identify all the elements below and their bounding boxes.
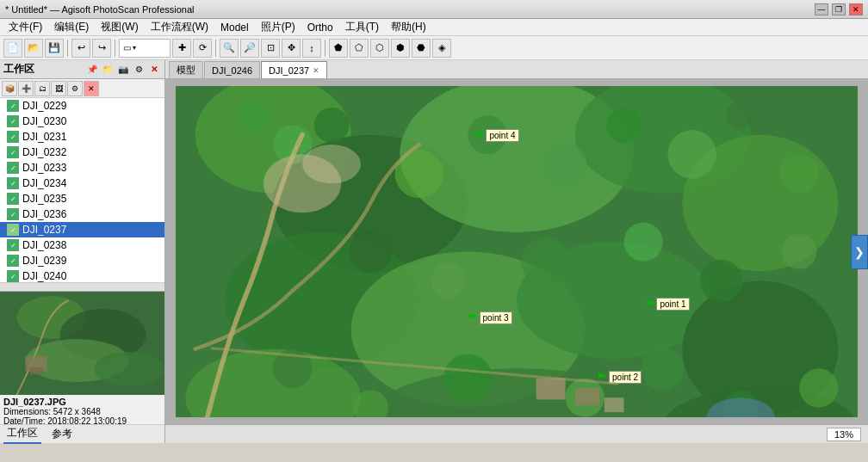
svg-point-22 <box>314 108 350 143</box>
close-panel-icon[interactable]: ✕ <box>147 63 161 77</box>
tab-close-icon[interactable]: ✕ <box>313 66 319 75</box>
hand-tool[interactable]: ✥ <box>282 39 301 58</box>
svg-point-31 <box>431 263 466 299</box>
svg-point-25 <box>544 143 587 186</box>
tree-item-DJI_0232[interactable]: ✓DJI_0232 <box>0 145 164 160</box>
tab-model-label: 模型 <box>177 64 195 77</box>
menu-ortho[interactable]: Ortho <box>302 20 338 35</box>
tree-item-DJI_0229[interactable]: ✓DJI_0229 <box>0 98 164 114</box>
tool-e[interactable]: ⬣ <box>412 39 431 58</box>
save-button[interactable]: 💾 <box>45 39 64 58</box>
marker-point4[interactable]: ⚑ point 4 <box>475 129 518 142</box>
marker-point3[interactable]: ⚑ point 3 <box>469 311 512 324</box>
tree-item-DJI_0231[interactable]: ✓DJI_0231 <box>0 129 164 145</box>
ortho-view[interactable]: ⚑ point 4 ⚑ point 1 ⚑ point 3 ⚑ point 2 <box>165 79 868 424</box>
bottom-tabs: 工作区 参考 <box>0 424 164 443</box>
tree-item-DJI_0234[interactable]: ✓DJI_0234 <box>0 176 164 191</box>
svg-rect-6 <box>30 367 43 374</box>
marker-point2[interactable]: ⚑ point 2 <box>598 371 642 384</box>
tool-f[interactable]: ◈ <box>432 39 451 58</box>
menu-photo[interactable]: 照片(P) <box>256 18 301 36</box>
tool-d[interactable]: ⬢ <box>391 39 410 58</box>
window-title: * Untitled* — Agisoft PhotoScan Professi… <box>5 4 195 15</box>
menu-view[interactable]: 视图(W) <box>96 18 143 36</box>
marker-tool[interactable]: ✚ <box>172 39 191 58</box>
tree-item-DJI_0230[interactable]: ✓DJI_0230 <box>0 114 164 129</box>
zoom-level: 13% <box>827 428 861 441</box>
ws-add[interactable]: ➕ <box>18 81 34 96</box>
main-layout: 工作区 📌 📁 📷 ⚙ ✕ 📦 ➕ 🗂 🖼 ⚙ ✕ ✓DJI_0229✓DJI_… <box>0 60 868 443</box>
svg-rect-43 <box>536 379 566 400</box>
tab-dji0237[interactable]: DJI_0237 ✕ <box>261 61 327 78</box>
menu-edit[interactable]: 编辑(E) <box>49 18 94 36</box>
svg-point-34 <box>700 260 743 303</box>
pin-icon[interactable]: 📌 <box>85 63 99 77</box>
tree-item-label: DJI_0240 <box>22 270 66 282</box>
preview-image <box>0 292 164 395</box>
tree-item-label: DJI_0229 <box>22 100 66 112</box>
tree-item-label: DJI_0236 <box>22 208 66 220</box>
bottom-tab-workspace[interactable]: 工作区 <box>3 424 41 444</box>
tree-item-DJI_0235[interactable]: ✓DJI_0235 <box>0 191 164 206</box>
ws-new-chunk[interactable]: 📦 <box>2 81 17 96</box>
marker-flag-point1: ⚑ <box>646 300 654 309</box>
svg-point-32 <box>522 237 571 286</box>
preview-info: DJI_0237.JPG Dimensions: 5472 x 3648 Dat… <box>0 395 164 424</box>
tree-item-label: DJI_0235 <box>22 193 66 205</box>
add-folder-icon[interactable]: 📁 <box>101 63 115 77</box>
tree-item-DJI_0239[interactable]: ✓DJI_0239 <box>0 253 164 268</box>
tree-item-DJI_0233[interactable]: ✓DJI_0233 <box>0 160 164 176</box>
tree-item-DJI_0236[interactable]: ✓DJI_0236 <box>0 206 164 222</box>
ws-folder[interactable]: 🗂 <box>34 81 50 96</box>
maximize-button[interactable]: ❐ <box>832 3 846 15</box>
tree-item-DJI_0237[interactable]: ✓DJI_0237 <box>0 222 164 237</box>
select-dropdown[interactable]: ▭▾ <box>119 39 170 58</box>
minimize-button[interactable]: — <box>815 3 828 15</box>
settings-icon[interactable]: ⚙ <box>132 63 146 77</box>
menu-model[interactable]: Model <box>215 20 254 35</box>
ws-remove[interactable]: ✕ <box>84 81 99 96</box>
rotate-tool[interactable]: ⟳ <box>193 39 212 58</box>
tab-model[interactable]: 模型 <box>169 61 203 78</box>
tree-item-DJI_0240[interactable]: ✓DJI_0240 <box>0 268 164 282</box>
ws-image[interactable]: 🖼 <box>51 81 66 96</box>
status-bar: 13% <box>165 424 868 443</box>
svg-point-30 <box>349 231 392 274</box>
tree-item-icon: ✓ <box>7 146 19 158</box>
redo-button[interactable]: ↪ <box>92 39 111 58</box>
zoom-out-button[interactable]: 🔎 <box>240 39 259 58</box>
tab-dji0246[interactable]: DJI_0246 <box>204 61 260 78</box>
preview-datetime: Date/Time: 2018:08:22 13:00:19 <box>3 416 161 424</box>
tree-item-icon: ✓ <box>7 208 19 220</box>
tree-item-icon: ✓ <box>7 270 19 282</box>
nav-right-button[interactable]: ❯ <box>851 235 868 269</box>
tool-c[interactable]: ⬡ <box>370 39 389 58</box>
undo-button[interactable]: ↩ <box>71 39 90 58</box>
camera-icon[interactable]: 📷 <box>116 63 130 77</box>
marker-label-point2: point 2 <box>609 371 642 384</box>
tool-a[interactable]: ⬟ <box>329 39 348 58</box>
menu-help[interactable]: 帮助(H) <box>386 18 431 36</box>
tab-bar: 模型 DJI_0246 DJI_0237 ✕ <box>165 60 868 79</box>
ws-settings[interactable]: ⚙ <box>67 81 83 96</box>
marker-point1[interactable]: ⚑ point 1 <box>646 298 689 311</box>
preview-dimensions: Dimensions: 5472 x 3648 <box>3 407 161 416</box>
close-button[interactable]: ✕ <box>849 3 863 15</box>
bottom-tab-reference[interactable]: 参考 <box>48 425 76 443</box>
tree-item-DJI_0238[interactable]: ✓DJI_0238 <box>0 237 164 253</box>
menu-file[interactable]: 文件(F) <box>3 18 47 36</box>
svg-point-47 <box>302 145 361 183</box>
tree-item-icon: ✓ <box>7 115 19 127</box>
tree-item-icon: ✓ <box>7 224 19 236</box>
tree-item-label: DJI_0239 <box>22 255 66 267</box>
fit-button[interactable]: ⊡ <box>261 39 280 58</box>
rotate-view[interactable]: ↕ <box>302 39 321 58</box>
tool-b[interactable]: ⬠ <box>350 39 369 58</box>
tree-item-label: DJI_0238 <box>22 239 66 251</box>
menu-tools[interactable]: 工具(T) <box>340 18 384 36</box>
open-button[interactable]: 📂 <box>24 39 43 58</box>
new-button[interactable]: 📄 <box>3 39 22 58</box>
menu-workflow[interactable]: 工作流程(W) <box>146 18 214 36</box>
zoom-in-button[interactable]: 🔍 <box>220 39 239 58</box>
tree-scrollbar-horizontal[interactable] <box>0 282 164 291</box>
